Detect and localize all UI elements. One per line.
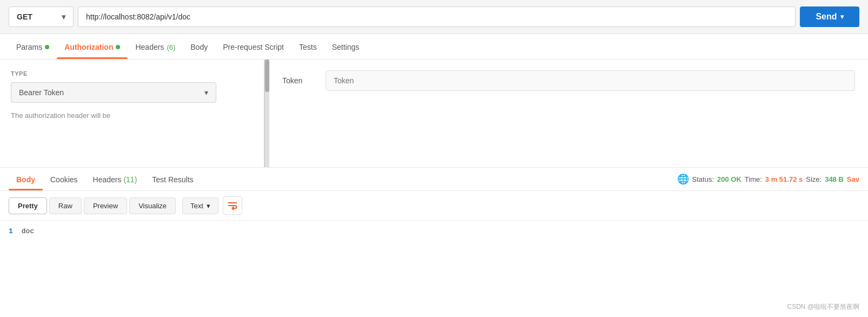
- tab-headers-label: Headers: [135, 43, 164, 51]
- response-tab-cookies[interactable]: Cookies: [43, 168, 85, 190]
- method-select[interactable]: GET ▾: [9, 6, 74, 27]
- status-value: 200 OK: [717, 175, 741, 183]
- tab-tests[interactable]: Tests: [291, 34, 324, 59]
- raw-button[interactable]: Raw: [49, 197, 82, 214]
- tab-settings[interactable]: Settings: [324, 34, 367, 59]
- request-tabs: Params Authorization Headers (6) Body Pr…: [0, 34, 868, 60]
- authorization-dot-icon: [116, 45, 120, 49]
- send-button[interactable]: Send ▾: [800, 6, 859, 27]
- token-input[interactable]: [326, 70, 855, 91]
- authorization-content: TYPE Bearer Token ▾ The authorization he…: [0, 60, 868, 168]
- tab-authorization[interactable]: Authorization: [57, 34, 128, 59]
- tab-settings-label: Settings: [332, 43, 360, 51]
- format-type-select[interactable]: Text ▾: [182, 197, 218, 214]
- token-row: Token: [282, 70, 855, 91]
- send-label: Send: [816, 12, 837, 22]
- globe-icon: 🌐: [677, 173, 689, 185]
- response-test-results-label: Test Results: [152, 175, 193, 184]
- response-tab-test-results[interactable]: Test Results: [144, 168, 201, 190]
- scrollbar-thumb[interactable]: [265, 60, 269, 92]
- preview-button[interactable]: Preview: [84, 197, 127, 214]
- params-dot-icon: [45, 45, 49, 49]
- code-area: 1 doc: [0, 221, 868, 242]
- scrollbar[interactable]: [265, 60, 269, 167]
- tab-authorization-label: Authorization: [64, 43, 113, 51]
- type-select[interactable]: Bearer Token ▾: [11, 82, 216, 103]
- response-tabs: Body Cookies Headers (11) Test Results 🌐…: [0, 168, 868, 191]
- response-tab-headers[interactable]: Headers (11): [85, 168, 145, 190]
- response-cookies-label: Cookies: [50, 175, 78, 184]
- tab-headers[interactable]: Headers (6): [128, 34, 183, 59]
- url-input[interactable]: [78, 6, 796, 27]
- type-label: TYPE: [11, 70, 253, 77]
- format-type-label: Text: [190, 202, 203, 210]
- tab-body-label: Body: [190, 43, 208, 51]
- method-chevron-icon: ▾: [62, 12, 65, 21]
- tab-pre-request-script[interactable]: Pre-request Script: [215, 34, 291, 59]
- tab-body[interactable]: Body: [183, 34, 215, 59]
- status-bar: 🌐 Status: 200 OK Time: 3 m 51.72 s Size:…: [677, 173, 859, 185]
- url-bar: GET ▾ Send ▾: [0, 0, 868, 34]
- response-body-label: Body: [16, 175, 35, 184]
- save-label: Sav: [847, 175, 859, 183]
- status-label: Status:: [692, 175, 714, 183]
- headers-badge: (6): [167, 43, 175, 51]
- format-type-chevron-icon: ▾: [207, 202, 210, 210]
- tab-params-label: Params: [16, 43, 42, 51]
- size-value: 348 B: [825, 175, 844, 183]
- tab-pre-request-label: Pre-request Script: [223, 43, 284, 51]
- response-tab-body[interactable]: Body: [9, 168, 43, 190]
- size-label: Size:: [806, 175, 821, 183]
- type-chevron-icon: ▾: [204, 88, 208, 97]
- type-value: Bearer Token: [19, 88, 64, 97]
- auth-left-panel: TYPE Bearer Token ▾ The authorization he…: [0, 60, 265, 167]
- send-chevron-icon: ▾: [840, 13, 844, 21]
- wrap-button[interactable]: [223, 196, 242, 215]
- response-headers-label: Headers: [93, 175, 122, 184]
- time-value: 3 m 51.72 s: [765, 175, 803, 183]
- pretty-button[interactable]: Pretty: [9, 197, 47, 214]
- response-headers-badge: (11): [123, 175, 137, 184]
- auth-right-panel: Token: [269, 60, 868, 167]
- method-label: GET: [17, 12, 32, 21]
- token-label: Token: [282, 76, 315, 85]
- tab-tests-label: Tests: [299, 43, 317, 51]
- auth-note: The authorization header will be: [11, 111, 253, 120]
- format-toolbar: Pretty Raw Preview Visualize Text ▾: [0, 191, 868, 221]
- line-number: 1: [9, 227, 13, 235]
- visualize-button[interactable]: Visualize: [129, 197, 176, 214]
- code-content: doc: [22, 227, 34, 235]
- time-label: Time:: [745, 175, 762, 183]
- tab-params[interactable]: Params: [9, 34, 57, 59]
